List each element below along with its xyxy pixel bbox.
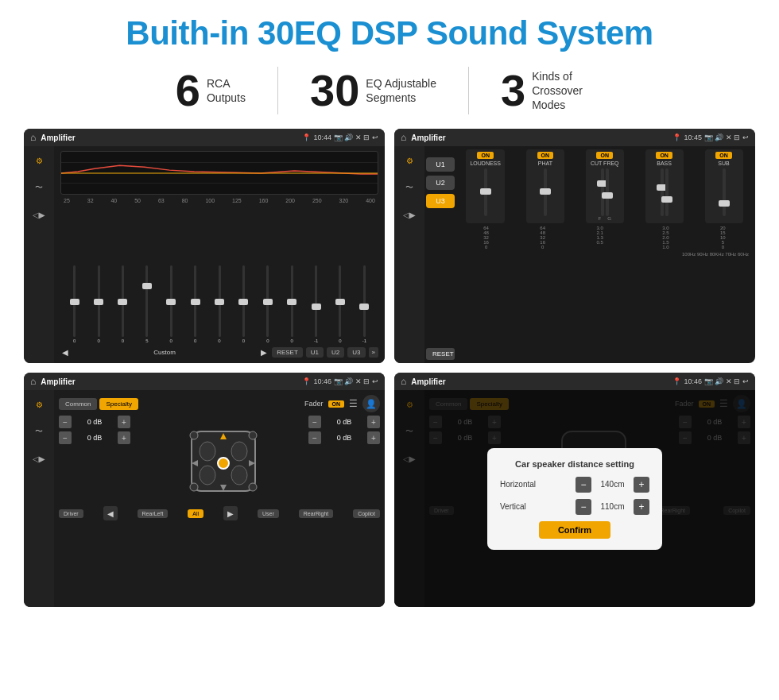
amp-reset-btn[interactable]: RESET bbox=[426, 348, 455, 360]
speaker-icon[interactable]: ◁▶ bbox=[29, 207, 49, 222]
tab-group: Common Specialty bbox=[59, 398, 138, 410]
eq-slider-2: 0 bbox=[112, 265, 134, 343]
phat-control: ON PHAT bbox=[526, 149, 564, 223]
eq-icon[interactable]: ⚙ bbox=[29, 153, 49, 168]
screenshots-grid: ⌂ Amplifier 📍 10:44 📷 🔊 ✕ ⊟ ↩ ⚙ 〜 ◁▶ bbox=[24, 129, 755, 607]
cutfreq-control: ON CUT FREQ FG bbox=[586, 149, 624, 223]
horizontal-label: Horizontal bbox=[500, 480, 556, 489]
rr-plus-btn[interactable]: + bbox=[367, 431, 380, 444]
fr-minus-btn[interactable]: − bbox=[308, 416, 321, 428]
rr-value: 0 dB bbox=[324, 434, 364, 442]
sub-label: SUB bbox=[718, 160, 729, 166]
fl-minus-btn[interactable]: − bbox=[59, 416, 72, 428]
fader-top: Common Specialty Fader ON ☰ 👤 bbox=[59, 395, 380, 412]
eq-panel: 25 32 40 50 63 80 100 125 160 200 250 32… bbox=[54, 146, 385, 363]
vertical-value: 110cm bbox=[595, 502, 630, 511]
eq-u2-btn[interactable]: U2 bbox=[327, 347, 344, 358]
wave-icon[interactable]: 〜 bbox=[29, 180, 49, 195]
copilot-btn[interactable]: Copilot bbox=[353, 509, 380, 518]
amp-u1-btn[interactable]: U1 bbox=[426, 157, 455, 172]
screen-content-4: ⚙ 〜 ◁▶ Common Specialty Fader ON bbox=[394, 390, 755, 607]
rl-minus-btn[interactable]: − bbox=[59, 431, 72, 444]
svg-point-4 bbox=[200, 442, 215, 461]
cutfreq-on-badge: ON bbox=[596, 152, 613, 159]
screen-content-3: ⚙ 〜 ◁▶ Common Specialty Fader ON bbox=[24, 390, 385, 607]
wave-icon-3[interactable]: 〜 bbox=[29, 423, 49, 439]
eq-icon-2[interactable]: ⚙ bbox=[399, 153, 420, 168]
svg-point-7 bbox=[231, 466, 247, 485]
side-icons-1: ⚙ 〜 ◁▶ bbox=[24, 146, 54, 363]
sub-track bbox=[723, 168, 726, 216]
eq-next-arrow[interactable]: ▶ bbox=[259, 346, 269, 358]
fader-panel: Common Specialty Fader ON ☰ 👤 bbox=[54, 390, 385, 607]
cutfreq-track-g bbox=[606, 168, 609, 216]
fader-controls: − 0 dB + − 0 dB + bbox=[59, 416, 380, 503]
fr-plus-btn[interactable]: + bbox=[367, 416, 380, 428]
screen-fader-dialog: ⌂ Amplifier 📍 10:46 📷 🔊 ✕ ⊟ ↩ ⚙ 〜 ◁▶ Com… bbox=[394, 373, 755, 607]
rl-value: 0 dB bbox=[75, 434, 114, 442]
stat-rca: 6 RCAOutputs bbox=[144, 68, 277, 113]
eq-reset-btn[interactable]: RESET bbox=[272, 347, 303, 358]
driver-btn[interactable]: Driver bbox=[59, 509, 83, 518]
eq-double-arrow[interactable]: » bbox=[369, 347, 378, 358]
person-icon-btn[interactable]: 👤 bbox=[362, 395, 380, 412]
eq-u3-btn[interactable]: U3 bbox=[347, 347, 365, 358]
fader-on-badge: ON bbox=[328, 400, 345, 408]
db-control-fl: − 0 dB + bbox=[59, 416, 130, 428]
speaker-icon-3[interactable]: ◁▶ bbox=[29, 451, 49, 466]
phat-label: PHAT bbox=[538, 160, 552, 166]
eq-u1-btn[interactable]: U1 bbox=[306, 347, 324, 358]
status-icons-4: 📍 10:46 📷 🔊 ✕ ⊟ ↩ bbox=[672, 377, 749, 385]
amp-u3-btn[interactable]: U3 bbox=[426, 194, 455, 208]
screen-content-2: ⚙ 〜 ◁▶ U1 U2 U3 RESET bbox=[394, 146, 755, 363]
stat-number-crossover: 3 bbox=[501, 68, 525, 113]
dialog-box: Car speaker distance setting Horizontal … bbox=[487, 448, 662, 550]
app-name-2: Amplifier bbox=[411, 133, 668, 142]
eq-freq-labels: 25 32 40 50 63 80 100 125 160 200 250 32… bbox=[60, 198, 378, 203]
common-tab[interactable]: Common bbox=[59, 398, 97, 410]
rr-minus-btn[interactable]: − bbox=[308, 431, 321, 444]
fader-sliders-icon: ☰ bbox=[349, 398, 358, 409]
specialty-tab[interactable]: Specialty bbox=[99, 398, 138, 410]
status-icons-2: 📍 10:45 📷 🔊 ✕ ⊟ ↩ bbox=[672, 133, 749, 141]
screen-eq: ⌂ Amplifier 📍 10:44 📷 🔊 ✕ ⊟ ↩ ⚙ 〜 ◁▶ bbox=[24, 129, 385, 363]
confirm-button[interactable]: Confirm bbox=[539, 521, 610, 539]
vertical-plus-btn[interactable]: + bbox=[634, 499, 649, 515]
rear-left-btn[interactable]: RearLeft bbox=[138, 509, 169, 518]
stat-eq: 30 EQ AdjustableSegments bbox=[278, 68, 468, 113]
rear-right-btn[interactable]: RearRight bbox=[299, 509, 334, 518]
eq-prev-arrow[interactable]: ◀ bbox=[60, 346, 70, 358]
vertical-minus-btn[interactable]: − bbox=[576, 499, 591, 515]
fl-plus-btn[interactable]: + bbox=[118, 416, 130, 428]
stat-label-eq: EQ AdjustableSegments bbox=[366, 76, 436, 105]
left-arrow-btn[interactable]: ◀ bbox=[103, 506, 118, 520]
horizontal-plus-btn[interactable]: + bbox=[634, 477, 649, 493]
cutfreq-label: CUT FREQ bbox=[591, 160, 619, 166]
time-4: 10:46 bbox=[684, 377, 702, 385]
horizontal-minus-btn[interactable]: − bbox=[576, 477, 591, 493]
stat-label-crossover: Kinds ofCrossover Modes bbox=[532, 69, 603, 113]
phat-on-badge: ON bbox=[537, 152, 554, 159]
status-icons-1: 📍 10:44 📷 🔊 ✕ ⊟ ↩ bbox=[302, 133, 378, 141]
home-icon-1: ⌂ bbox=[30, 132, 36, 143]
eq-bottom-bar: ◀ Custom ▶ RESET U1 U2 U3 » bbox=[60, 346, 378, 358]
fader-text: Fader bbox=[304, 400, 324, 408]
loudness-track bbox=[484, 168, 487, 216]
home-icon-2: ⌂ bbox=[401, 132, 406, 143]
time-3: 10:46 bbox=[313, 377, 331, 385]
screen-amp: ⌂ Amplifier 📍 10:45 📷 🔊 ✕ ⊟ ↩ ⚙ 〜 ◁▶ U1 … bbox=[394, 129, 755, 363]
bass-track-g bbox=[665, 168, 669, 216]
eq-slider-8: 0 bbox=[257, 265, 278, 343]
eq-slider-11: 0 bbox=[329, 265, 351, 343]
amp-u2-btn[interactable]: U2 bbox=[426, 176, 455, 190]
speaker-icon-2[interactable]: ◁▶ bbox=[399, 207, 420, 222]
fl-value: 0 dB bbox=[75, 418, 114, 426]
sub-on-badge: ON bbox=[715, 152, 732, 159]
rl-plus-btn[interactable]: + bbox=[118, 431, 130, 444]
db-control-fr: − 0 dB + bbox=[308, 416, 380, 428]
time-2: 10:45 bbox=[684, 133, 702, 141]
eq-icon-3[interactable]: ⚙ bbox=[29, 396, 49, 412]
home-icon-4: ⌂ bbox=[401, 376, 406, 387]
time-1: 10:44 bbox=[313, 133, 331, 141]
wave-icon-2[interactable]: 〜 bbox=[399, 180, 420, 195]
